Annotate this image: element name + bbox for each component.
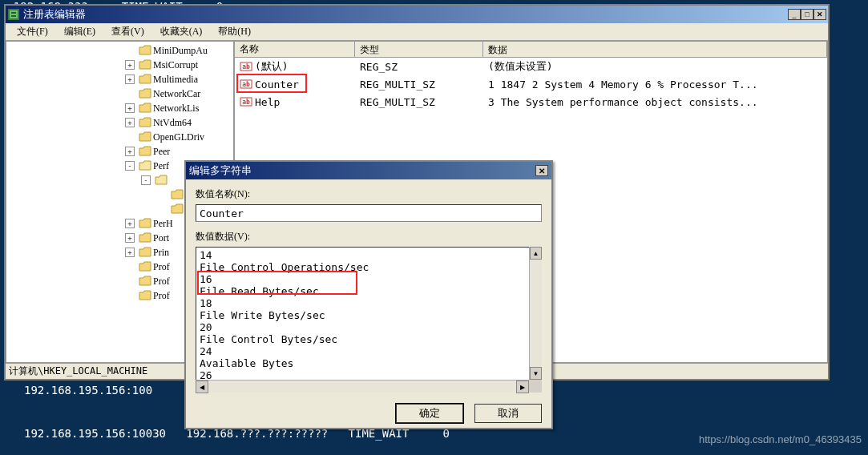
tree-node-label: Prin — [153, 247, 169, 259]
value-name: (默认) — [255, 59, 289, 74]
expander-icon[interactable]: + — [125, 219, 135, 228]
tree-node[interactable]: +NtVdm64 — [6, 115, 233, 130]
tree-node[interactable]: +MsiCorrupt — [6, 58, 233, 72]
value-type: REG_MULTI_SZ — [355, 79, 483, 91]
tree-node-label: NetworkLis — [153, 103, 199, 115]
value-name: Help — [255, 96, 280, 108]
tree-node-label: NetworkCar — [153, 88, 200, 100]
watermark: https://blog.csdn.net/m0_46393435 — [699, 433, 862, 445]
value-type: REG_SZ — [355, 61, 483, 73]
scroll-right-button[interactable]: ▶ — [516, 381, 529, 393]
menu-file[interactable]: 文件(F) — [9, 23, 56, 40]
scroll-down-button[interactable]: ▼ — [530, 367, 542, 380]
value-row[interactable]: ab(默认)REG_SZ(数值未设置) — [235, 58, 827, 75]
expander-icon[interactable]: + — [125, 103, 135, 113]
horizontal-scrollbar[interactable]: ◀ ▶ — [196, 380, 529, 393]
col-type[interactable]: 类型 — [355, 42, 483, 57]
dialog-title: 编辑多字符串 — [189, 163, 535, 178]
tree-node[interactable]: NetworkCar — [6, 87, 233, 101]
app-icon — [7, 8, 20, 21]
scroll-up-button[interactable]: ▲ — [530, 247, 542, 260]
value-data: 1 1847 2 System 4 Memory 6 % Processor T… — [483, 79, 827, 91]
value-name-input[interactable] — [196, 204, 542, 222]
menu-view[interactable]: 查看(V) — [103, 23, 152, 40]
ok-button[interactable]: 确定 — [396, 404, 463, 423]
tree-node-label: PerH — [153, 218, 173, 230]
value-data-label: 数值数据(V): — [196, 230, 542, 244]
expander-icon[interactable]: - — [125, 161, 135, 171]
tree-node-label: Multimedia — [153, 74, 198, 86]
tree-node-label: Prof — [153, 276, 170, 288]
titlebar[interactable]: 注册表编辑器 _ □ ✕ — [6, 6, 828, 23]
svg-text:ab: ab — [242, 99, 250, 106]
svg-rect-1 — [10, 10, 18, 18]
window-title: 注册表编辑器 — [23, 7, 788, 22]
tree-node-label: Prof — [153, 261, 170, 273]
close-button[interactable]: ✕ — [813, 9, 826, 20]
svg-text:ab: ab — [242, 81, 250, 88]
value-data-textarea[interactable]: 14 File Control Operations/sec 16 File R… — [196, 247, 542, 393]
expander-icon[interactable]: + — [125, 147, 135, 156]
expander-icon[interactable]: + — [125, 118, 135, 127]
tree-node[interactable]: OpenGLDriv — [6, 130, 233, 144]
edit-multistring-dialog: 编辑多字符串 ✕ 数值名称(N): 数值数据(V): 14 File Contr… — [184, 160, 553, 429]
expander-icon[interactable]: - — [141, 175, 151, 185]
menu-favorites[interactable]: 收藏夹(A) — [152, 23, 211, 40]
minimize-button[interactable]: _ — [788, 9, 801, 20]
tree-node-label: Peer — [153, 146, 170, 158]
tree-node[interactable]: +Multimedia — [6, 72, 233, 87]
svg-text:ab: ab — [242, 63, 250, 70]
vertical-scrollbar[interactable]: ▲ ▼ — [529, 247, 542, 380]
scroll-left-button[interactable]: ◀ — [196, 381, 208, 393]
svg-rect-2 — [11, 12, 16, 14]
value-name: Counter — [255, 79, 299, 91]
menubar: 文件(F) 编辑(E) 查看(V) 收藏夹(A) 帮助(H) — [6, 23, 828, 41]
tree-node[interactable]: +NetworkLis — [6, 101, 233, 115]
tree-node-label: MiniDumpAu — [153, 45, 208, 57]
expander-icon[interactable]: + — [125, 60, 135, 70]
value-data: 3 The System performance object consists… — [483, 96, 827, 108]
tree-node-label: NtVdm64 — [153, 117, 192, 129]
cancel-button[interactable]: 取消 — [474, 404, 542, 423]
tree-node-label: Perf — [153, 160, 169, 172]
col-name[interactable]: 名称 — [235, 42, 355, 57]
expander-icon[interactable]: + — [125, 233, 135, 243]
col-data[interactable]: 数据 — [483, 42, 827, 57]
value-row[interactable]: abHelpREG_MULTI_SZ3 The System performan… — [235, 93, 827, 111]
tree-node-label: OpenGLDriv — [153, 131, 204, 143]
tree-node-label: Prof — [153, 290, 170, 302]
value-type: REG_MULTI_SZ — [355, 96, 483, 108]
tree-node-label: MsiCorrupt — [153, 59, 198, 71]
scroll-corner — [529, 380, 542, 393]
menu-help[interactable]: 帮助(H) — [210, 23, 259, 40]
tree-node-label: Port — [153, 232, 169, 244]
value-row[interactable]: abCounterREG_MULTI_SZ1 1847 2 System 4 M… — [235, 75, 827, 93]
value-name-label: 数值名称(N): — [196, 187, 542, 201]
tree-node[interactable]: MiniDumpAu — [6, 43, 233, 58]
dialog-titlebar[interactable]: 编辑多字符串 ✕ — [186, 162, 551, 179]
tree-node[interactable]: +Peer — [6, 144, 233, 159]
svg-rect-3 — [11, 15, 16, 17]
expander-icon[interactable]: + — [125, 248, 135, 257]
menu-edit[interactable]: 编辑(E) — [56, 23, 103, 40]
value-data: (数值未设置) — [483, 59, 827, 74]
expander-icon[interactable]: + — [125, 74, 135, 84]
maximize-button[interactable]: □ — [801, 9, 813, 20]
dialog-close-button[interactable]: ✕ — [535, 165, 548, 176]
